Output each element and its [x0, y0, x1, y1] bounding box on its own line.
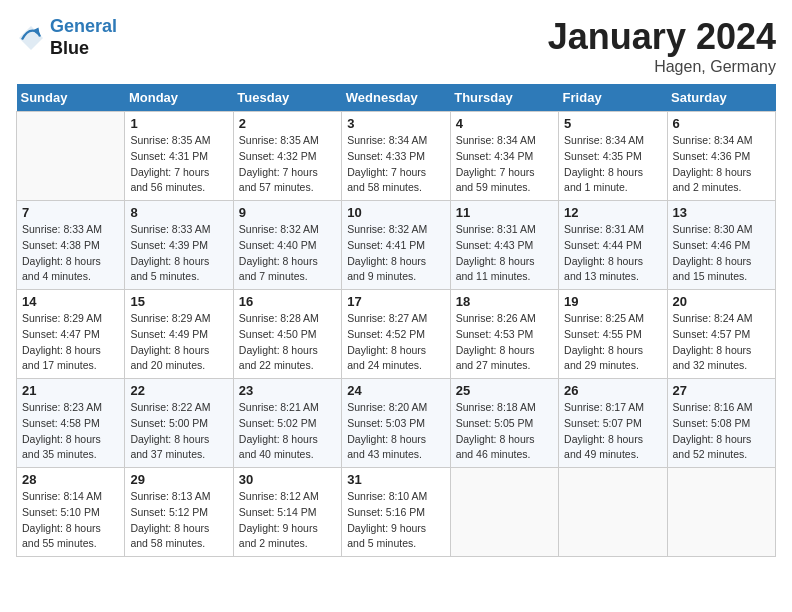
day-number: 3	[347, 116, 444, 131]
day-info: Sunrise: 8:26 AM Sunset: 4:53 PM Dayligh…	[456, 311, 553, 374]
calendar-cell: 20Sunrise: 8:24 AM Sunset: 4:57 PM Dayli…	[667, 290, 775, 379]
calendar-cell: 14Sunrise: 8:29 AM Sunset: 4:47 PM Dayli…	[17, 290, 125, 379]
day-number: 21	[22, 383, 119, 398]
day-number: 18	[456, 294, 553, 309]
calendar-cell: 8Sunrise: 8:33 AM Sunset: 4:39 PM Daylig…	[125, 201, 233, 290]
header-thursday: Thursday	[450, 84, 558, 112]
day-info: Sunrise: 8:23 AM Sunset: 4:58 PM Dayligh…	[22, 400, 119, 463]
calendar-week-row: 28Sunrise: 8:14 AM Sunset: 5:10 PM Dayli…	[17, 468, 776, 557]
calendar-cell: 7Sunrise: 8:33 AM Sunset: 4:38 PM Daylig…	[17, 201, 125, 290]
day-number: 12	[564, 205, 661, 220]
day-number: 25	[456, 383, 553, 398]
calendar-cell: 24Sunrise: 8:20 AM Sunset: 5:03 PM Dayli…	[342, 379, 450, 468]
calendar-cell: 17Sunrise: 8:27 AM Sunset: 4:52 PM Dayli…	[342, 290, 450, 379]
calendar-cell: 22Sunrise: 8:22 AM Sunset: 5:00 PM Dayli…	[125, 379, 233, 468]
day-info: Sunrise: 8:28 AM Sunset: 4:50 PM Dayligh…	[239, 311, 336, 374]
calendar-table: SundayMondayTuesdayWednesdayThursdayFrid…	[16, 84, 776, 557]
day-number: 29	[130, 472, 227, 487]
calendar-week-row: 7Sunrise: 8:33 AM Sunset: 4:38 PM Daylig…	[17, 201, 776, 290]
calendar-cell: 29Sunrise: 8:13 AM Sunset: 5:12 PM Dayli…	[125, 468, 233, 557]
day-number: 15	[130, 294, 227, 309]
calendar-cell: 3Sunrise: 8:34 AM Sunset: 4:33 PM Daylig…	[342, 112, 450, 201]
calendar-header-row: SundayMondayTuesdayWednesdayThursdayFrid…	[17, 84, 776, 112]
day-info: Sunrise: 8:17 AM Sunset: 5:07 PM Dayligh…	[564, 400, 661, 463]
calendar-subtitle: Hagen, Germany	[548, 58, 776, 76]
day-info: Sunrise: 8:24 AM Sunset: 4:57 PM Dayligh…	[673, 311, 770, 374]
day-info: Sunrise: 8:29 AM Sunset: 4:47 PM Dayligh…	[22, 311, 119, 374]
calendar-title: January 2024	[548, 16, 776, 58]
day-info: Sunrise: 8:33 AM Sunset: 4:38 PM Dayligh…	[22, 222, 119, 285]
calendar-week-row: 1Sunrise: 8:35 AM Sunset: 4:31 PM Daylig…	[17, 112, 776, 201]
calendar-cell: 4Sunrise: 8:34 AM Sunset: 4:34 PM Daylig…	[450, 112, 558, 201]
day-info: Sunrise: 8:30 AM Sunset: 4:46 PM Dayligh…	[673, 222, 770, 285]
day-info: Sunrise: 8:12 AM Sunset: 5:14 PM Dayligh…	[239, 489, 336, 552]
calendar-cell: 26Sunrise: 8:17 AM Sunset: 5:07 PM Dayli…	[559, 379, 667, 468]
header-wednesday: Wednesday	[342, 84, 450, 112]
header-saturday: Saturday	[667, 84, 775, 112]
day-number: 31	[347, 472, 444, 487]
day-info: Sunrise: 8:14 AM Sunset: 5:10 PM Dayligh…	[22, 489, 119, 552]
day-number: 2	[239, 116, 336, 131]
day-number: 20	[673, 294, 770, 309]
day-number: 22	[130, 383, 227, 398]
day-info: Sunrise: 8:34 AM Sunset: 4:33 PM Dayligh…	[347, 133, 444, 196]
calendar-cell: 18Sunrise: 8:26 AM Sunset: 4:53 PM Dayli…	[450, 290, 558, 379]
calendar-cell: 10Sunrise: 8:32 AM Sunset: 4:41 PM Dayli…	[342, 201, 450, 290]
calendar-cell	[667, 468, 775, 557]
calendar-cell: 13Sunrise: 8:30 AM Sunset: 4:46 PM Dayli…	[667, 201, 775, 290]
day-info: Sunrise: 8:20 AM Sunset: 5:03 PM Dayligh…	[347, 400, 444, 463]
day-number: 16	[239, 294, 336, 309]
day-number: 6	[673, 116, 770, 131]
calendar-cell: 2Sunrise: 8:35 AM Sunset: 4:32 PM Daylig…	[233, 112, 341, 201]
day-number: 30	[239, 472, 336, 487]
calendar-cell	[450, 468, 558, 557]
calendar-cell: 5Sunrise: 8:34 AM Sunset: 4:35 PM Daylig…	[559, 112, 667, 201]
day-info: Sunrise: 8:31 AM Sunset: 4:43 PM Dayligh…	[456, 222, 553, 285]
day-info: Sunrise: 8:18 AM Sunset: 5:05 PM Dayligh…	[456, 400, 553, 463]
header-sunday: Sunday	[17, 84, 125, 112]
header-friday: Friday	[559, 84, 667, 112]
calendar-cell: 16Sunrise: 8:28 AM Sunset: 4:50 PM Dayli…	[233, 290, 341, 379]
calendar-cell: 1Sunrise: 8:35 AM Sunset: 4:31 PM Daylig…	[125, 112, 233, 201]
day-info: Sunrise: 8:33 AM Sunset: 4:39 PM Dayligh…	[130, 222, 227, 285]
header-tuesday: Tuesday	[233, 84, 341, 112]
day-number: 23	[239, 383, 336, 398]
calendar-cell: 25Sunrise: 8:18 AM Sunset: 5:05 PM Dayli…	[450, 379, 558, 468]
day-number: 10	[347, 205, 444, 220]
day-info: Sunrise: 8:16 AM Sunset: 5:08 PM Dayligh…	[673, 400, 770, 463]
calendar-cell: 15Sunrise: 8:29 AM Sunset: 4:49 PM Dayli…	[125, 290, 233, 379]
day-info: Sunrise: 8:32 AM Sunset: 4:40 PM Dayligh…	[239, 222, 336, 285]
header-monday: Monday	[125, 84, 233, 112]
logo: General Blue	[16, 16, 117, 59]
day-number: 27	[673, 383, 770, 398]
day-info: Sunrise: 8:31 AM Sunset: 4:44 PM Dayligh…	[564, 222, 661, 285]
day-info: Sunrise: 8:34 AM Sunset: 4:34 PM Dayligh…	[456, 133, 553, 196]
logo-text: General Blue	[50, 16, 117, 59]
calendar-week-row: 14Sunrise: 8:29 AM Sunset: 4:47 PM Dayli…	[17, 290, 776, 379]
calendar-cell: 23Sunrise: 8:21 AM Sunset: 5:02 PM Dayli…	[233, 379, 341, 468]
calendar-cell	[17, 112, 125, 201]
title-block: January 2024 Hagen, Germany	[548, 16, 776, 76]
day-info: Sunrise: 8:21 AM Sunset: 5:02 PM Dayligh…	[239, 400, 336, 463]
day-number: 14	[22, 294, 119, 309]
day-number: 26	[564, 383, 661, 398]
day-number: 17	[347, 294, 444, 309]
calendar-cell: 21Sunrise: 8:23 AM Sunset: 4:58 PM Dayli…	[17, 379, 125, 468]
day-number: 13	[673, 205, 770, 220]
day-number: 11	[456, 205, 553, 220]
calendar-cell: 9Sunrise: 8:32 AM Sunset: 4:40 PM Daylig…	[233, 201, 341, 290]
day-number: 9	[239, 205, 336, 220]
day-info: Sunrise: 8:27 AM Sunset: 4:52 PM Dayligh…	[347, 311, 444, 374]
calendar-cell: 30Sunrise: 8:12 AM Sunset: 5:14 PM Dayli…	[233, 468, 341, 557]
day-number: 7	[22, 205, 119, 220]
calendar-cell: 27Sunrise: 8:16 AM Sunset: 5:08 PM Dayli…	[667, 379, 775, 468]
day-info: Sunrise: 8:34 AM Sunset: 4:36 PM Dayligh…	[673, 133, 770, 196]
day-info: Sunrise: 8:13 AM Sunset: 5:12 PM Dayligh…	[130, 489, 227, 552]
day-info: Sunrise: 8:32 AM Sunset: 4:41 PM Dayligh…	[347, 222, 444, 285]
day-info: Sunrise: 8:29 AM Sunset: 4:49 PM Dayligh…	[130, 311, 227, 374]
day-info: Sunrise: 8:35 AM Sunset: 4:31 PM Dayligh…	[130, 133, 227, 196]
calendar-cell: 28Sunrise: 8:14 AM Sunset: 5:10 PM Dayli…	[17, 468, 125, 557]
day-info: Sunrise: 8:22 AM Sunset: 5:00 PM Dayligh…	[130, 400, 227, 463]
day-info: Sunrise: 8:34 AM Sunset: 4:35 PM Dayligh…	[564, 133, 661, 196]
day-number: 19	[564, 294, 661, 309]
